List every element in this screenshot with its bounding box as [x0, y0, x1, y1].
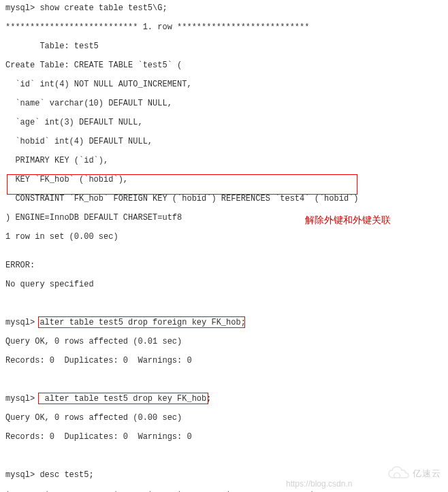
blank-line	[5, 375, 443, 384]
line: Create Table: CREATE TABLE `test5` (	[5, 61, 443, 70]
line: mysql> desc test5;	[5, 470, 443, 480]
line: `id` int(4) NOT NULL AUTO_INCREMENT,	[5, 80, 443, 89]
table-border: +-------+-------------+------+-----+----…	[5, 489, 443, 492]
line: No query specified	[5, 280, 443, 289]
line: CONSTRAINT `FK_hob` FOREIGN KEY (`hobid`…	[5, 194, 443, 203]
line: ERROR:	[5, 261, 443, 270]
sql-text: alter table test5 drop key FK_hob;	[39, 394, 211, 404]
prompt: mysql>	[5, 318, 39, 327]
sql-prompt: mysql> alter table test5 drop key FK_hob…	[5, 394, 443, 404]
prompt: mysql>	[5, 394, 39, 404]
annotation-text: 解除外键和外键关联	[305, 215, 391, 225]
line: mysql> show create table test5\G;	[5, 3, 443, 13]
blank-line	[5, 451, 443, 461]
highlighted-drop-key-command: mysql> alter table test5 drop key FK_hob…	[5, 394, 443, 404]
line: 1 row in set (0.00 sec)	[5, 232, 443, 242]
blank-line	[5, 299, 443, 308]
highlighted-drop-fk-command: mysql> alter table test5 drop foreign ke…	[5, 318, 443, 327]
highlighted-fk-definition: KEY `FK_hob` (`hobid`), CONSTRAINT `FK_h…	[5, 175, 443, 203]
cloud-icon	[387, 466, 410, 481]
sql-text: alter table test5 drop foreign key FK_ho…	[39, 318, 245, 327]
terminal-output: mysql> show create table test5\G; ******…	[5, 3, 443, 492]
line: Query OK, 0 rows affected (0.01 sec)	[5, 337, 443, 346]
line: `age` int(3) DEFAULT NULL,	[5, 118, 443, 127]
sql-prompt: mysql> alter table test5 drop foreign ke…	[5, 318, 443, 327]
line: Records: 0 Duplicates: 0 Warnings: 0	[5, 432, 443, 442]
line: Records: 0 Duplicates: 0 Warnings: 0	[5, 356, 443, 365]
watermark-logo: 亿速云	[387, 466, 441, 481]
watermark-brand: 亿速云	[413, 469, 441, 478]
line: Query OK, 0 rows affected (0.00 sec)	[5, 413, 443, 423]
line: *************************** 1. row *****…	[5, 22, 443, 32]
line: KEY `FK_hob` (`hobid`),	[5, 175, 443, 184]
line: `hobid` int(4) DEFAULT NULL,	[5, 137, 443, 146]
line: PRIMARY KEY (`id`),	[5, 156, 443, 165]
watermark-url: https://blog.csdn.n	[286, 479, 352, 489]
line: Table: test5	[5, 42, 443, 51]
line: `name` varchar(10) DEFAULT NULL,	[5, 99, 443, 108]
